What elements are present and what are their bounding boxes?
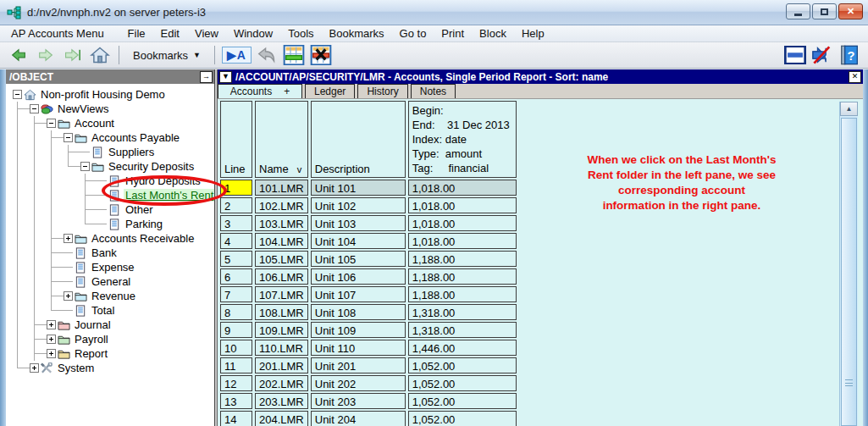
cell-amount[interactable]: 1,188.00 [408, 251, 517, 267]
cell-description[interactable]: Unit 105 [311, 251, 406, 267]
split-window-button[interactable] [783, 44, 807, 66]
cell-description[interactable]: Unit 106 [311, 268, 406, 285]
cell-name[interactable]: 202.LMR [255, 375, 308, 391]
tree-item-bank[interactable]: Bank [6, 246, 214, 260]
tree-item-accounts-payable[interactable]: Accounts Payable [6, 130, 214, 145]
menu-item-block[interactable]: Block [472, 26, 514, 41]
help-button[interactable]: ? [838, 44, 861, 66]
cell-name[interactable]: 201.LMR [255, 357, 308, 373]
menu-item-edit[interactable]: Edit [153, 26, 187, 41]
cell-line[interactable]: 8 [220, 304, 252, 320]
vertical-scrollbar[interactable]: ▲ [839, 102, 858, 426]
menu-item-file[interactable]: File [120, 26, 153, 41]
maximize-button[interactable] [812, 3, 837, 19]
cell-description[interactable]: Unit 110 [311, 340, 406, 356]
tab-accounts[interactable]: Accounts+ [218, 84, 302, 98]
cell-name[interactable]: 105.LMR [255, 251, 308, 267]
column-header-name[interactable]: Namev [255, 101, 308, 178]
tab-notes[interactable]: Notes [411, 84, 456, 98]
menu-item-go-to[interactable]: Go to [392, 26, 434, 41]
cell-description[interactable]: Unit 103 [311, 215, 406, 231]
minimize-button[interactable] [786, 3, 810, 19]
tree-item-newviews[interactable]: NewViews [6, 102, 214, 116]
cell-description[interactable]: Unit 108 [311, 304, 406, 320]
panel-dropdown-icon[interactable]: ▼ [219, 71, 232, 83]
cell-line[interactable]: 14 [220, 411, 252, 426]
menu-item-help[interactable]: Help [514, 26, 552, 41]
cell-amount[interactable]: 1,018.00 [408, 180, 517, 196]
tab-add-icon[interactable]: + [284, 86, 290, 97]
goto-account-button[interactable]: ▶A [222, 44, 252, 66]
cell-line[interactable]: 3 [220, 215, 252, 231]
tree-item-last-month-s-rent[interactable]: Last Month's Rent [6, 188, 214, 202]
expand-icon[interactable] [47, 349, 56, 358]
menu-item-print[interactable]: Print [434, 26, 472, 41]
menu-item-tools[interactable]: Tools [280, 26, 321, 41]
cell-name[interactable]: 103.LMR [255, 215, 308, 231]
cell-description[interactable]: Unit 102 [311, 197, 406, 213]
cell-name[interactable]: 107.LMR [255, 286, 308, 302]
cell-line[interactable]: 6 [220, 268, 252, 285]
expand-icon[interactable] [30, 363, 39, 373]
cell-line[interactable]: 2 [220, 197, 252, 213]
expand-icon[interactable] [47, 320, 56, 329]
panel-close-icon[interactable]: ✕ [849, 71, 861, 83]
cell-description[interactable]: Unit 107 [311, 286, 406, 302]
column-header-description[interactable]: Description [311, 101, 406, 178]
cell-line[interactable]: 7 [220, 286, 252, 302]
cell-line[interactable]: 12 [220, 375, 252, 391]
cell-description[interactable]: Unit 203 [311, 393, 406, 409]
cell-name[interactable]: 106.LMR [255, 268, 308, 285]
cell-description[interactable]: Unit 202 [311, 375, 406, 391]
tab-ledger[interactable]: Ledger [305, 84, 355, 98]
cell-line[interactable]: 4 [220, 233, 252, 249]
bookmarks-button[interactable]: Bookmarks ▼ [126, 44, 207, 66]
cell-name[interactable]: 102.LMR [255, 197, 308, 213]
forward-end-button[interactable] [61, 44, 85, 66]
menu-item-bookmarks[interactable]: Bookmarks [322, 26, 392, 41]
collapse-icon[interactable] [13, 90, 22, 99]
menu-item-ap-accounts-menu[interactable]: AP Accounts Menu [3, 26, 112, 41]
tree-item-expense[interactable]: Expense [6, 260, 214, 274]
tree-item-system[interactable]: System [6, 361, 214, 375]
scrollbar-thumb[interactable] [841, 118, 857, 426]
cell-description[interactable]: Unit 104 [311, 233, 406, 249]
collapse-icon[interactable] [64, 133, 73, 142]
cell-amount[interactable]: 1,318.00 [408, 304, 517, 320]
tab-history[interactable]: History [357, 84, 407, 98]
cell-description[interactable]: Unit 201 [311, 357, 406, 373]
tree-item-total[interactable]: Total [6, 303, 214, 318]
cell-amount[interactable]: 1,446.00 [408, 340, 517, 356]
tree-item-revenue[interactable]: Revenue [6, 289, 214, 303]
cell-name[interactable]: 110.LMR [255, 340, 308, 356]
cell-description[interactable]: Unit 109 [311, 322, 406, 338]
tree-item-report[interactable]: Report [6, 346, 214, 361]
back-button[interactable] [7, 44, 30, 66]
insert-table-button[interactable] [282, 44, 306, 66]
cell-amount[interactable]: 1,018.00 [408, 233, 517, 249]
cell-description[interactable]: Unit 204 [311, 411, 406, 426]
cell-amount[interactable]: 1,052.00 [408, 393, 517, 409]
cell-amount[interactable]: 1,052.00 [408, 411, 517, 426]
no-sync-button[interactable] [810, 44, 834, 66]
column-header-line[interactable]: Line [220, 101, 252, 178]
tree-item-non-profit-housing-demo[interactable]: Non-profit Housing Demo [6, 87, 214, 102]
cell-name[interactable]: 109.LMR [255, 322, 308, 338]
tree-item-parking[interactable]: Parking [6, 217, 214, 231]
cell-line[interactable]: 5 [220, 251, 252, 267]
cell-name[interactable]: 203.LMR [255, 393, 308, 409]
cell-name[interactable]: 108.LMR [255, 304, 308, 320]
cell-amount[interactable]: 1,188.00 [408, 268, 517, 285]
tree-item-hydro-deposits[interactable]: Hydro Deposits [6, 174, 214, 188]
collapse-icon[interactable] [47, 119, 56, 128]
tree-item-security-deposits[interactable]: Security Deposits [6, 159, 214, 174]
cell-line[interactable]: 9 [220, 322, 252, 338]
delete-table-button[interactable] [309, 44, 333, 66]
scroll-up-button[interactable]: ▲ [840, 102, 858, 116]
expand-icon[interactable] [47, 335, 56, 344]
cell-name[interactable]: 104.LMR [255, 233, 308, 249]
cell-amount[interactable]: 1,018.00 [408, 197, 517, 213]
cell-line[interactable]: 10 [220, 340, 252, 356]
close-button[interactable]: ✕ [838, 3, 863, 19]
tree-item-payroll[interactable]: Payroll [6, 332, 214, 346]
